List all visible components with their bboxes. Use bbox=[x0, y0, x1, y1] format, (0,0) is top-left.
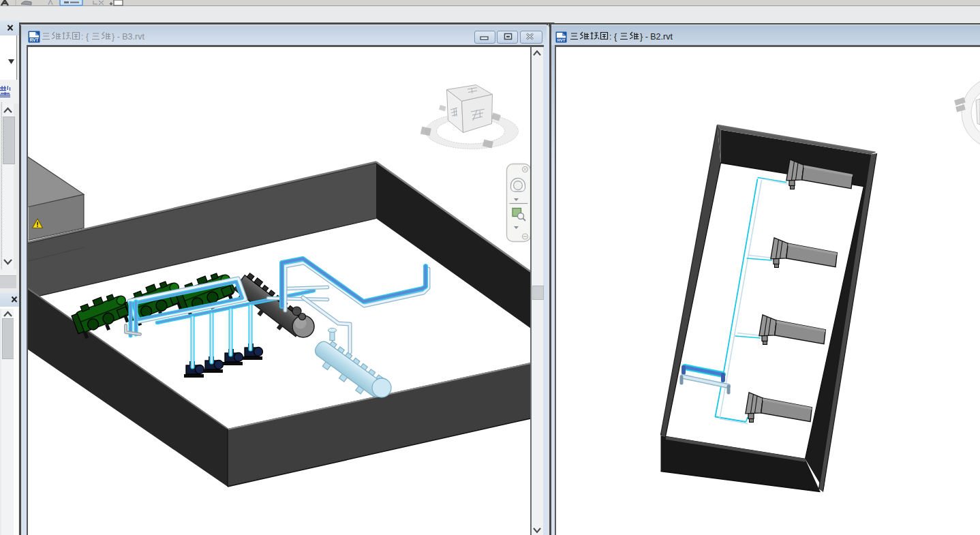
svg-text:: {: : { bbox=[81, 32, 89, 42]
svg-text:} - B2.rvt: } - B2.rvt bbox=[640, 32, 673, 42]
svg-text:RVT: RVT bbox=[30, 37, 39, 42]
svg-text:RVT: RVT bbox=[557, 37, 565, 42]
svg-text:} - B3.rvt: } - B3.rvt bbox=[112, 32, 144, 42]
svg-text:: {: : { bbox=[609, 32, 617, 42]
